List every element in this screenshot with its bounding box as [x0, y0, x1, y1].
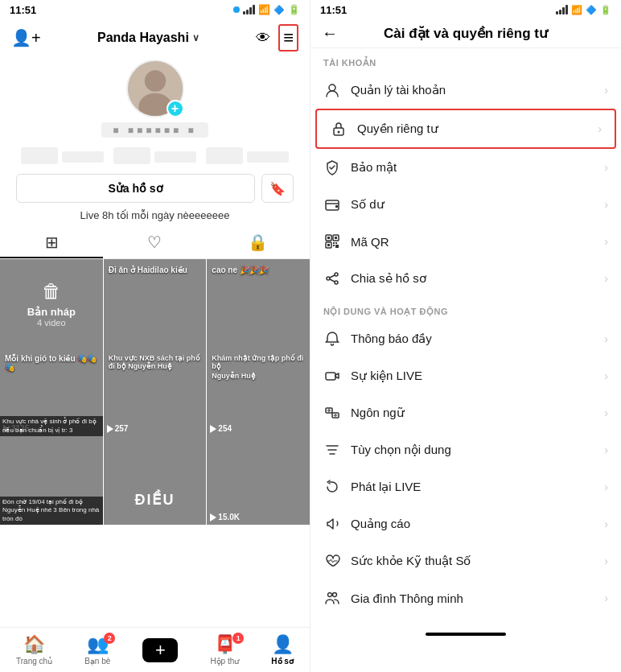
- username-area[interactable]: Panda Hayashi ∨: [97, 31, 199, 45]
- nav-home[interactable]: 🏠 Trang chủ: [16, 634, 52, 666]
- right-bar-4: [565, 5, 568, 14]
- settings-item-notifications[interactable]: Thông báo đầy ›: [310, 320, 621, 357]
- tab-liked[interactable]: ♡: [103, 228, 206, 258]
- nav-inbox[interactable]: 📮 1 Hộp thư: [210, 634, 239, 666]
- add-friend-icon[interactable]: 👤+: [11, 28, 41, 47]
- settings-item-share-profile[interactable]: Chia sẻ hồ sơ ›: [310, 260, 621, 297]
- eye-icon[interactable]: 👁: [256, 30, 270, 47]
- bell-icon: [323, 330, 341, 348]
- play-count-257: 257: [107, 424, 129, 433]
- followers-count: [113, 147, 150, 164]
- wallet-icon: [323, 196, 341, 213]
- tab-private[interactable]: 🔒: [207, 228, 310, 258]
- settings-item-live-events[interactable]: Sự kiện LIVE ›: [310, 357, 621, 394]
- settings-item-family[interactable]: Gia đình Thông minh ›: [310, 579, 621, 616]
- arrow-icon-health: ›: [604, 555, 608, 567]
- home-label: Trang chủ: [16, 657, 52, 666]
- qr-icon: [323, 233, 341, 250]
- right-status-bar: 11:51 📶 🔷 🔋: [310, 0, 621, 19]
- settings-item-content-options[interactable]: Tùy chọn nội dung ›: [310, 431, 621, 468]
- friends-label: Bạn bè: [84, 657, 110, 666]
- draft-icon: 🗑: [42, 280, 61, 303]
- family-label: Gia đình Thông minh: [351, 592, 463, 605]
- likes-count: [206, 147, 243, 164]
- lock-icon: 🔒: [248, 233, 268, 251]
- right-status-icons: 📶 🔷 🔋: [553, 5, 611, 15]
- nav-profile[interactable]: 👤 Hồ sơ: [271, 634, 294, 666]
- video-grid-container: 🗑 Bản nháp 4 video Đi ăn ở Haidilao kiều…: [0, 259, 310, 627]
- video-cell-draft[interactable]: 🗑 Bản nháp 4 video: [0, 259, 103, 348]
- settings-item-language[interactable]: Ngôn ngữ ›: [310, 394, 621, 431]
- video-overlay-text: Đi ăn ở Haidilao kiều: [104, 266, 207, 274]
- video-cell-pink[interactable]: ĐIỀU: [104, 436, 207, 525]
- nav-friends[interactable]: 👥 2 Bạn bè: [84, 634, 110, 666]
- settings-title: Cài đặt và quyền riêng tư: [348, 25, 584, 42]
- settings-item-qr[interactable]: Mã QR ›: [310, 223, 621, 260]
- arrow-icon-live: ›: [604, 369, 608, 382]
- menu-icon[interactable]: ≡: [278, 24, 298, 52]
- settings-item-privacy[interactable]: Quyền riêng tư ›: [315, 109, 616, 149]
- settings-item-digital-health[interactable]: Sức khỏe Kỹ thuật Số ›: [310, 542, 621, 579]
- right-bar-2: [559, 10, 561, 14]
- following-count: [21, 147, 58, 164]
- video-subtext: Nguyễn Huệ: [207, 372, 310, 380]
- tab-videos[interactable]: ⊞: [0, 228, 103, 258]
- content-tabs: ⊞ ♡ 🔒: [0, 225, 310, 259]
- signal-bar-4: [253, 5, 255, 14]
- video-cell-red[interactable]: 15.0K: [207, 436, 310, 525]
- play-count-254: 254: [210, 424, 232, 433]
- stat-followers[interactable]: [109, 147, 201, 164]
- settings-item-account-manage[interactable]: Quản lý tài khoản ›: [310, 72, 621, 109]
- settings-item-security[interactable]: Bảo mật ›: [310, 149, 621, 186]
- video-cell-night[interactable]: cao ne 🎉🎉🎉: [207, 259, 310, 348]
- right-bluetooth-icon: 🔷: [586, 5, 597, 15]
- camera-icon: [323, 367, 341, 385]
- settings-item-ads[interactable]: Quảng cáo ›: [310, 505, 621, 542]
- video-text-street: Khám nhật ứng tập phố đi bộ: [207, 354, 310, 370]
- video-cell-street[interactable]: Khám nhật ứng tập phố đi bộ Nguyễn Huệ 2…: [207, 348, 310, 436]
- svg-point-3: [329, 85, 335, 91]
- play-count-15k: 15.0K: [210, 513, 240, 522]
- svg-rect-17: [335, 245, 339, 248]
- bottom-nav: 🏠 Trang chủ 👥 2 Bạn bè + 📮 1 Hộp thư 👤 H…: [0, 627, 310, 672]
- person-icon: [323, 81, 341, 99]
- replay-live-label: Phát lại LIVE: [351, 480, 421, 494]
- video-cell-green[interactable]: Mỗi khi gió to kiều 🎭🎭🎭 3125 Khu vực nhà…: [0, 348, 103, 436]
- nav-add[interactable]: +: [142, 638, 178, 662]
- avatar-plus-button[interactable]: +: [167, 100, 184, 117]
- video-caption: Khu vực nhà vệ sinh ở phố đi bộ nếu bạn …: [0, 416, 103, 436]
- arrow-icon-account: ›: [604, 84, 608, 97]
- svg-rect-12: [335, 237, 337, 239]
- bio-text: Live 8h tối mỗi ngày nèeeeeeee: [0, 206, 310, 225]
- stat-likes[interactable]: [201, 147, 294, 164]
- bookmark-button[interactable]: 🔖: [261, 174, 294, 203]
- arrow-icon-family: ›: [604, 592, 608, 604]
- account-manage-label: Quản lý tài khoản: [351, 83, 446, 97]
- video-cell-food[interactable]: Đi ăn ở Haidilao kiều: [104, 259, 207, 348]
- stat-following[interactable]: [16, 147, 109, 164]
- svg-rect-7: [335, 205, 338, 208]
- add-button[interactable]: +: [142, 638, 178, 662]
- avatar-wrapper[interactable]: +: [126, 60, 184, 117]
- svg-rect-16: [333, 245, 335, 246]
- followers-label: [154, 151, 196, 163]
- lock-privacy-icon: [330, 120, 348, 138]
- video-cell-indoor[interactable]: Đón chờ 19/04 tại phố đi bộ Nguyễn Huệ n…: [0, 436, 103, 525]
- edit-profile-button[interactable]: Sửa hồ sơ: [16, 174, 255, 203]
- scroll-indicator: [426, 633, 506, 636]
- arrow-icon-security: ›: [604, 161, 608, 174]
- svg-rect-21: [326, 373, 335, 380]
- right-panel: 11:51 📶 🔷 🔋 ← Cài đặt và quyền riêng tư …: [310, 0, 621, 672]
- wifi-icon: 📶: [258, 4, 270, 15]
- chevron-down-icon: ∨: [192, 32, 199, 43]
- network-dot: [233, 6, 240, 13]
- video-cell-outdoor[interactable]: Khu vực NXB sách tại phố đi bộ Nguyễn Hu…: [104, 348, 207, 436]
- shield-icon: [323, 159, 341, 176]
- settings-item-replay-live[interactable]: Phát lại LIVE ›: [310, 468, 621, 505]
- back-button[interactable]: ←: [322, 24, 338, 43]
- notifications-label: Thông báo đầy: [351, 332, 432, 346]
- grid-icon: ⊞: [45, 233, 59, 251]
- settings-item-balance[interactable]: Số dư ›: [310, 186, 621, 223]
- heart-tech-icon: [323, 552, 341, 570]
- signal-bar-1: [243, 11, 245, 14]
